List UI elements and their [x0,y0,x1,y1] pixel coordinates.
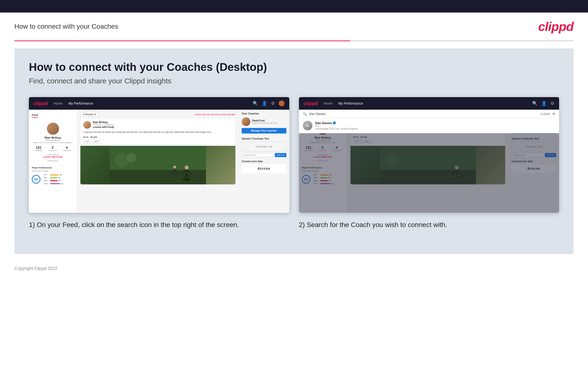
coach-card-1: David Ford Royal North Devon Golf Club [242,117,286,126]
main-title: How to connect with your Coaches (Deskto… [29,61,559,74]
nav-performance-1[interactable]: My Performance [68,101,93,105]
post-toggle-1: OTT APP [80,140,235,146]
coaches-panel-1: Your Coaches David Ford Royal North Devo… [239,110,289,213]
feed-left-1: Feed Blair McHarg Plus Handicap Royal No… [29,110,77,213]
svg-point-6 [185,166,189,169]
search-input[interactable] [309,112,538,116]
post-header-1: Blair McHarg Yesterday · Sunningdale Les… [80,119,235,131]
footer: Copyright Clippd 2022 [0,261,588,276]
svg-point-2 [114,153,129,167]
profile-name-2: Blair McHarg [302,136,344,139]
quality-score-1: 92 [32,175,40,184]
screenshot-col-1: clippd Home My Performance 🔍 👤 ⚙ Feed [29,97,289,230]
search-overlay: 🔍 CLEAR ✕ D Dan Davies ✓ [299,110,559,133]
result-avatar: D [303,121,312,130]
post-card-1: Blair McHarg Yesterday · Sunningdale Les… [80,119,235,184]
search-results: D Dan Davies ✓ Pro Sunningdale Golf Club… [299,118,559,133]
toggle-app-1[interactable]: APP [92,140,101,143]
verified-icon: ✓ [333,121,336,124]
top-bar [0,0,588,12]
toggle-ott-1[interactable]: OTT [83,140,91,143]
profile-stats-2: 131Activities 3Followers 4Following [302,146,344,152]
trackman-input-1[interactable] [242,153,274,157]
stat-followers-1: 3 Followers [48,146,57,152]
manage-coaches-btn-1[interactable]: Manage Your Coaches [242,128,286,134]
user-icon-2[interactable]: 👤 [541,101,547,106]
svg-point-17 [384,153,399,167]
pp-subtitle-1: Total Player Quality [32,170,74,172]
app-nav-2: clippd Home My Performance 🔍 👤 ⚙ [299,97,559,110]
profile-name-1: Blair McHarg [32,136,74,139]
svg-point-4 [183,178,190,181]
post-avatar-1 [83,121,91,129]
step1-description: 1) On your Feed, click on the search ico… [29,220,289,230]
pp-title-1: Player Performance [32,166,74,169]
trackman-input-row-1: Add Link [242,153,286,157]
post-meta-1: Yesterday · Sunningdale [93,124,114,126]
search-close-btn[interactable]: ✕ [552,111,555,116]
quality-bars-1: OTT90 APP85 ARG86 PUTT96 [44,174,63,185]
activity-link-1[interactable]: Lesson with Fordy [32,156,74,158]
copyright: Copyright Clippd 2022 [14,266,57,271]
trackman-box-1: Trackman Link [242,141,286,152]
svg-rect-16 [380,170,476,184]
profile-handicap-2: Plus Handicap [302,139,344,141]
following-row-1: Following ▼ Control who can see your act… [80,112,235,117]
search-result-item[interactable]: D Dan Davies ✓ Pro Sunningdale Golf Club… [299,118,559,133]
header-divider [14,40,574,41]
following-btn-1[interactable]: Following ▼ [80,112,99,117]
svg-point-19 [455,166,458,169]
settings-icon-2[interactable]: ⚙ [551,101,554,106]
app-logo-2: clippd [304,101,318,106]
profile-card-1: Blair McHarg Plus Handicap Royal North D… [32,120,74,164]
stat-following-1: 4 Following [63,146,71,152]
result-info: Dan Davies ✓ Pro Sunningdale Golf Club, … [315,121,358,130]
nav-right-1: 🔍 👤 ⚙ [253,101,284,106]
svg-point-3 [127,153,136,163]
profile-handicap-1: Plus Handicap [32,139,74,141]
profile-club-2: Royal North Devon Golf Club [302,141,344,144]
upload-section-1: Upload a Trackman Test Trackman Link Add… [242,137,286,157]
upload-title-1: Upload a Trackman Test [242,137,286,140]
user-icon-1[interactable]: 👤 [262,101,267,106]
add-link-btn-1[interactable]: Add Link [275,153,286,157]
control-link-1[interactable]: Control who can see your activity and da… [194,113,235,116]
search-icon-1[interactable]: 🔍 [253,101,258,106]
coaches-title-1: Your Coaches [242,112,286,115]
app-body-1: Feed Blair McHarg Plus Handicap Royal No… [29,110,289,213]
screenshots-row: clippd Home My Performance 🔍 👤 ⚙ Feed [29,97,559,230]
stat-activities-1: 131 Activities [35,146,43,152]
main-content: How to connect with your Coaches (Deskto… [14,48,574,254]
nav-performance-2[interactable]: My Performance [338,101,363,105]
avatar-icon-1[interactable] [279,101,284,106]
arccos-box-1: Arccos [242,164,286,173]
search-bar: 🔍 CLEAR ✕ [299,110,559,118]
step2-description: 2) Search for the Coach you wish to conn… [299,220,559,230]
profile-avatar-1 [47,123,59,135]
main-subtitle: Find, connect and share your Clippd insi… [29,77,559,85]
svg-point-12 [173,166,176,168]
page-title: How to connect with your Coaches [14,23,118,30]
search-icon-2[interactable]: 🔍 [532,101,537,106]
result-club: Sunningdale Golf Club, United Kingdom [315,128,358,130]
coach-club-1: Royal North Devon Golf Club [252,122,277,124]
coach-name-1: David Ford [252,119,277,122]
feed-middle-1: Following ▼ Control who can see your act… [77,110,239,213]
player-performance-2: Player Performance Total Player Quality … [302,166,344,185]
app-nav-1: clippd Home My Performance 🔍 👤 ⚙ [29,97,289,110]
result-name: Dan Davies [315,121,332,125]
result-role: Pro [315,125,358,128]
screenshot-frame-1: clippd Home My Performance 🔍 👤 ⚙ Feed [29,97,289,213]
app-logo-1: clippd [34,101,48,106]
player-performance-1: Player Performance Total Player Quality … [32,166,74,185]
coach-avatar-1 [242,117,250,126]
svg-rect-1 [110,170,206,184]
search-clear-btn[interactable]: CLEAR [541,112,550,115]
nav-home-1[interactable]: Home [54,101,62,105]
screenshot-col-2: clippd Home My Performance 🔍 👤 ⚙ 🔍 [299,97,559,230]
feed-tab-1[interactable]: Feed [32,113,38,118]
settings-icon-1[interactable]: ⚙ [271,101,275,106]
activity-date-1: 03 Aug 2022 [32,159,74,162]
nav-home-2[interactable]: Home [324,101,332,105]
screenshot-frame-2: clippd Home My Performance 🔍 👤 ⚙ 🔍 [299,97,559,213]
